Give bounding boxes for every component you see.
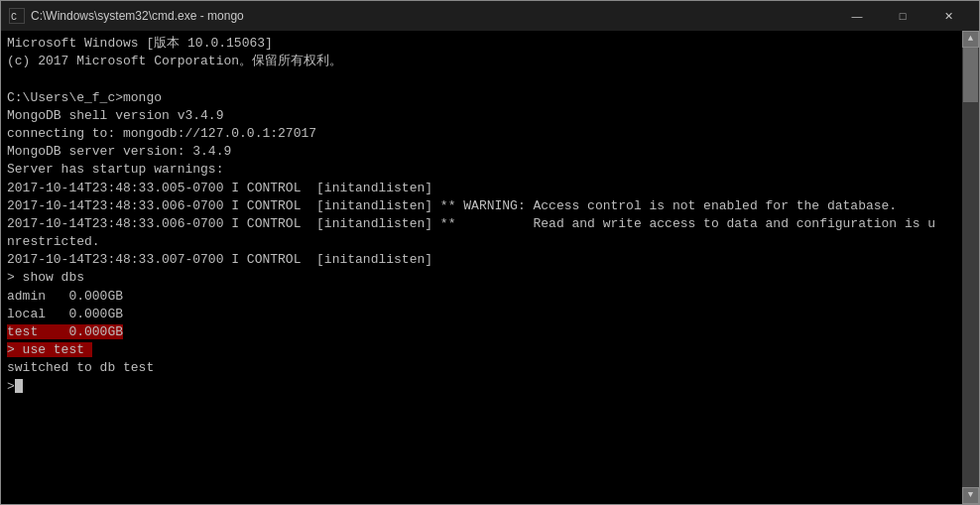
use-test-command: > use test (7, 342, 92, 357)
line-18: > (7, 378, 953, 396)
line-13: admin 0.000GB (7, 288, 953, 306)
cmd-icon: C (9, 8, 25, 24)
line-5: MongoDB server version: 3.4.9 (7, 143, 953, 161)
line-7: 2017-10-14T23:48:33.005-0700 I CONTROL [… (7, 180, 953, 197)
scroll-up-button[interactable]: ▲ (962, 31, 979, 48)
line-0: Microsoft Windows [版本 10.0.15063] (7, 35, 953, 53)
terminal-content: Microsoft Windows [版本 10.0.15063] (c) 20… (7, 35, 973, 396)
scroll-thumb[interactable] (963, 48, 978, 102)
line-11: 2017-10-14T23:48:33.007-0700 I CONTROL [… (7, 251, 953, 269)
vertical-scrollbar[interactable]: ▲ ▼ (962, 31, 979, 504)
line-17: switched to db test (7, 359, 953, 377)
terminal-body[interactable]: Microsoft Windows [版本 10.0.15063] (c) 20… (1, 31, 979, 504)
line-15: test 0.000GB (7, 323, 953, 341)
maximize-button[interactable]: □ (880, 1, 925, 31)
line-2: C:\Users\e_f_c>mongo (7, 89, 953, 107)
cmd-window: C C:\Windows\system32\cmd.exe - mongo — … (0, 0, 980, 505)
line-16: > use test (7, 341, 953, 359)
scroll-track[interactable] (962, 48, 979, 487)
title-bar-controls: — □ ✕ (834, 1, 971, 31)
title-bar: C C:\Windows\system32\cmd.exe - mongo — … (1, 1, 979, 31)
line-10: nrestricted. (7, 233, 953, 251)
line-8: 2017-10-14T23:48:33.006-0700 I CONTROL [… (7, 197, 953, 215)
window-title: C:\Windows\system32\cmd.exe - mongo (31, 9, 244, 23)
line-14: local 0.000GB (7, 306, 953, 323)
minimize-button[interactable]: — (834, 1, 880, 31)
cursor (15, 379, 23, 393)
line-1: (c) 2017 Microsoft Corporation。保留所有权利。 (7, 53, 953, 70)
line-9: 2017-10-14T23:48:33.006-0700 I CONTROL [… (7, 215, 953, 233)
line-6: Server has startup warnings: (7, 161, 953, 179)
line-12: > show dbs (7, 269, 953, 287)
title-bar-left: C C:\Windows\system32\cmd.exe - mongo (9, 8, 244, 24)
close-button[interactable]: ✕ (925, 1, 971, 31)
scroll-down-button[interactable]: ▼ (962, 487, 979, 504)
line-blank-1 (7, 70, 953, 88)
line-4: connecting to: mongodb://127.0.0.1:27017 (7, 125, 953, 143)
svg-text:C: C (11, 12, 17, 23)
line-3: MongoDB shell version v3.4.9 (7, 107, 953, 125)
highlighted-text: test 0.000GB (7, 324, 123, 339)
